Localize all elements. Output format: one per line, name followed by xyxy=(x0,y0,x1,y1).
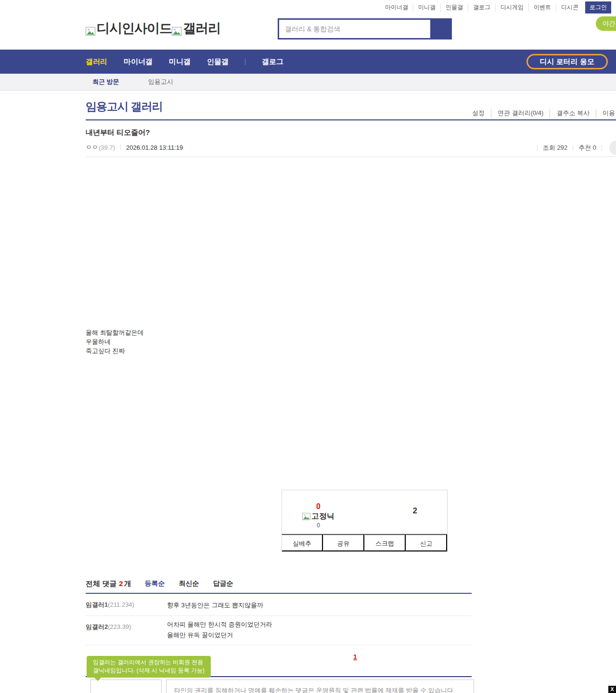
usage-guide-link[interactable]: 이용 xyxy=(596,109,616,118)
topbar-link-dcgame[interactable]: 디시게임 xyxy=(496,3,529,12)
comments-header: 전체 댓글 2 개 등록순 최신순 답글순 xyxy=(86,579,472,594)
sort-tab-replies[interactable]: 답글순 xyxy=(213,579,233,588)
title-divider xyxy=(86,119,616,120)
post-title: 내년부터 티오줄어? xyxy=(86,128,150,137)
search-box xyxy=(278,18,452,39)
comment-page-1[interactable]: 1 xyxy=(353,653,357,661)
post-body-line: 올해 최탈할꺼같은데 xyxy=(86,328,144,337)
scrap-button[interactable]: 스크랩 xyxy=(364,534,406,551)
recent-visit-bar: 최근 방문 임용고시 xyxy=(0,74,616,91)
login-button[interactable]: 로그인 xyxy=(585,1,611,13)
share-button[interactable]: 공유 xyxy=(323,534,364,551)
vote-box: 0 고정닉 0 2 실베추 공유 스크랩 신고 xyxy=(282,490,448,552)
comment-write-textarea[interactable] xyxy=(166,680,474,693)
downvote-count: 2 xyxy=(413,506,417,516)
vote-counts: 0 고정닉 0 2 xyxy=(282,490,447,534)
silbechu-button[interactable]: 실베추 xyxy=(282,534,323,551)
main-nav: 갤러리 마이너갤 미니갤 인물갤 갤로그 xyxy=(0,50,616,74)
top-utility-bar: 마이너갤 미니갤 인물갤 갤로그 디시게임 이벤트 디시콘 로그인 xyxy=(0,0,616,14)
post-header-divider xyxy=(86,157,616,157)
nav-item-minor-gallery[interactable]: 마이너갤 xyxy=(124,57,153,66)
fixed-nick-label: 고정닉 xyxy=(311,511,334,522)
topbar-link-minor-gallery[interactable]: 마이너갤 xyxy=(380,3,413,12)
post-view-count: 조회 292 xyxy=(543,144,567,152)
post-date: 2026.01.28 13:11:19 xyxy=(126,144,183,151)
comment-text: 향후 3년동안은 그래도 뽑지않을까 xyxy=(167,600,263,611)
search-input[interactable] xyxy=(279,20,430,38)
meta-separator xyxy=(602,145,602,151)
guest-nickname-tooltip: 임갤러는 갤러리에서 권장하는 비회원 전용 갤닉네임입니다. (삭제 시 닉네… xyxy=(87,656,211,678)
fixed-nick-count: 0 xyxy=(295,522,341,529)
comment-nick: 임갤러2 xyxy=(86,623,108,630)
topbar-link-person-gallery[interactable]: 인물갤 xyxy=(441,3,468,12)
comment-nickname-input[interactable] xyxy=(90,680,162,693)
related-galleries-link[interactable]: 연관 갤러리(0/4) xyxy=(491,109,550,118)
fixed-nick-recommend: 고정닉 xyxy=(295,511,341,522)
comment-row: 임갤러2(223.39) 어차피 올해만 한시적 증원이었던거라 올해만 유독 … xyxy=(86,616,472,645)
recent-visit-gallery-link[interactable]: 임용고시 xyxy=(148,78,173,86)
comments-count: 2 xyxy=(119,579,123,588)
post-stats: 조회 292 추천 0 xyxy=(532,141,616,155)
recent-visit-label[interactable]: 최근 방문 xyxy=(92,78,119,86)
broken-image-icon xyxy=(172,24,181,33)
topbar-link-gallog[interactable]: 갤로그 xyxy=(468,3,496,12)
comment-shortcut-button[interactable] xyxy=(609,141,616,155)
meta-separator xyxy=(537,145,538,151)
nav-item-gallery[interactable]: 갤러리 xyxy=(86,57,107,66)
meta-separator xyxy=(573,145,573,151)
post-author[interactable]: ㅇㅇ xyxy=(86,143,98,152)
nav-item-mini-gallery[interactable]: 미니갤 xyxy=(169,57,191,66)
sort-tab-registered[interactable]: 등록순 xyxy=(145,579,165,588)
comment-line: 향후 3년동안은 그래도 뽑지않을까 xyxy=(167,600,263,611)
post-meta: ㅇㅇ (39.7) 2026.01.28 13:11:19 xyxy=(86,143,183,152)
nav-item-gallog[interactable]: 갤로그 xyxy=(262,57,283,66)
dc-lottery-button[interactable]: 디시 로터리 응모 xyxy=(526,54,608,69)
nav-divider xyxy=(245,58,245,65)
logo-text-dcinside: 디시인사이드 xyxy=(97,20,172,37)
gallery-title[interactable]: 임용고시 갤러리 xyxy=(86,99,162,114)
comment-text: 어차피 올해만 한시적 증원이었던거라 올해만 유독 꿀이었던거 xyxy=(167,619,272,641)
topbar-link-event[interactable]: 이벤트 xyxy=(529,3,556,12)
comments-total-label: 전체 댓글 xyxy=(86,579,116,588)
close-banner-button[interactable]: X xyxy=(608,686,616,693)
vote-actions: 실베추 공유 스크랩 신고 xyxy=(282,534,447,551)
gallery-utility-links: 설정 연관 갤러리(0/4) 갤주소 복사 이용 xyxy=(466,109,616,118)
night-mode-badge[interactable]: 야간 도 xyxy=(596,16,616,31)
post-body: 올해 최탈할꺼같은데 우울하네 죽고싶다 진짜 xyxy=(86,328,144,355)
comment-author[interactable]: 임갤러2(223.39) xyxy=(86,623,131,631)
comment-line: 어차피 올해만 한시적 증원이었던거라 xyxy=(167,619,272,630)
comment-line: 올해만 유독 꿀이었던거 xyxy=(167,630,272,641)
comment-author[interactable]: 임갤러1(211.234) xyxy=(86,601,134,609)
topbar-link-dccon[interactable]: 디시콘 xyxy=(556,3,583,12)
comment-nick: 임갤러1 xyxy=(86,601,108,608)
comment-ip: (223.39) xyxy=(108,623,131,630)
post-body-line: 우울하네 xyxy=(86,337,144,346)
meta-separator xyxy=(120,144,121,150)
site-logo[interactable]: 디시인사이드 갤러리 xyxy=(86,20,220,37)
search-button[interactable] xyxy=(430,20,450,38)
logo-text-gallery: 갤러리 xyxy=(183,20,220,37)
post-like-count: 추천 0 xyxy=(578,144,596,152)
sort-tab-newest[interactable]: 최신순 xyxy=(179,579,199,588)
post-author-ip: (39.7) xyxy=(99,144,115,151)
tooltip-line: 갤닉네임입니다. (삭제 시 닉네임 등록 가능) xyxy=(93,667,205,675)
copy-gallery-url-link[interactable]: 갤주소 복사 xyxy=(550,109,596,118)
upvote-count: 0 xyxy=(295,502,341,511)
topbar-link-mini-gallery[interactable]: 미니갤 xyxy=(413,3,441,12)
broken-image-icon xyxy=(86,24,95,33)
comment-row: 임갤러1(211.234) 향후 3년동안은 그래도 뽑지않을까 xyxy=(86,594,472,616)
comments-count-suffix: 개 xyxy=(124,579,131,588)
report-button[interactable]: 신고 xyxy=(406,534,447,551)
comment-ip: (211.234) xyxy=(108,601,134,608)
nav-item-person-gallery[interactable]: 인물갤 xyxy=(207,57,229,66)
broken-image-icon xyxy=(302,513,310,520)
tooltip-line: 임갤러는 갤러리에서 권장하는 비회원 전용 xyxy=(93,658,205,667)
gallery-settings-link[interactable]: 설정 xyxy=(466,109,491,118)
post-body-line: 죽고싶다 진짜 xyxy=(86,346,144,355)
